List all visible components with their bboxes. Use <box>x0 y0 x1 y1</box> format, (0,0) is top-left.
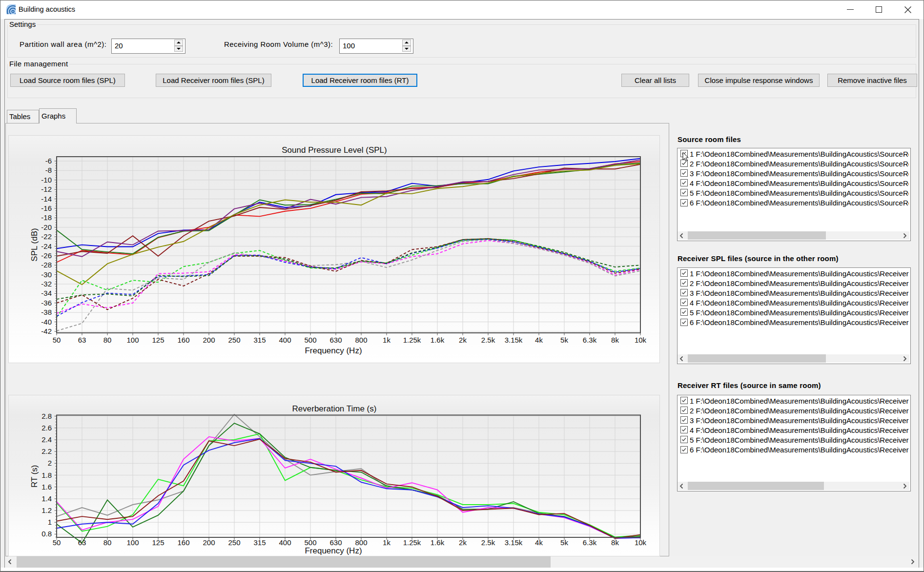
svg-text:2k: 2k <box>459 538 467 547</box>
svg-text:1k: 1k <box>383 336 390 344</box>
svg-text:630: 630 <box>329 336 342 344</box>
svg-text:-12: -12 <box>41 185 52 193</box>
svg-text:1.25k: 1.25k <box>403 538 421 547</box>
svg-text:250: 250 <box>228 336 240 344</box>
svg-text:-14: -14 <box>41 195 52 203</box>
svg-text:6.3k: 6.3k <box>583 538 597 547</box>
svg-text:80: 80 <box>103 336 112 344</box>
svg-text:-6: -6 <box>45 157 52 165</box>
svg-text:-38: -38 <box>41 308 52 316</box>
svg-text:315: 315 <box>253 336 266 344</box>
svg-text:4k: 4k <box>535 336 543 344</box>
svg-text:400: 400 <box>279 336 291 344</box>
svg-text:50: 50 <box>53 336 61 344</box>
svg-text:RT (s): RT (s) <box>30 465 39 488</box>
svg-text:500: 500 <box>304 336 316 344</box>
svg-text:0.8: 0.8 <box>41 530 52 538</box>
svg-text:500: 500 <box>304 538 316 547</box>
svg-text:-10: -10 <box>41 176 52 184</box>
svg-text:2.2: 2.2 <box>41 447 52 455</box>
svg-text:1.25k: 1.25k <box>403 336 421 344</box>
svg-text:800: 800 <box>355 336 367 344</box>
svg-text:800: 800 <box>355 538 367 547</box>
svg-text:50: 50 <box>53 538 61 547</box>
svg-text:Sound Pressure Level (SPL): Sound Pressure Level (SPL) <box>282 145 387 155</box>
svg-text:400: 400 <box>279 538 291 547</box>
svg-text:1k: 1k <box>383 538 390 547</box>
svg-text:-18: -18 <box>41 213 52 222</box>
svg-text:-32: -32 <box>41 280 52 288</box>
svg-text:Reverberation Time (s): Reverberation Time (s) <box>292 404 377 413</box>
svg-text:250: 250 <box>228 538 240 547</box>
svg-text:1.4: 1.4 <box>41 494 52 503</box>
svg-text:SPL (dB): SPL (dB) <box>30 228 39 261</box>
svg-text:-8: -8 <box>45 166 52 174</box>
svg-text:Frequency (Hz): Frequency (Hz) <box>305 546 362 555</box>
svg-text:-34: -34 <box>41 289 52 297</box>
svg-text:100: 100 <box>126 538 139 547</box>
svg-text:3.15k: 3.15k <box>505 336 523 344</box>
svg-text:80: 80 <box>103 538 112 547</box>
svg-text:200: 200 <box>203 538 215 547</box>
svg-text:1: 1 <box>48 518 52 526</box>
svg-text:125: 125 <box>152 538 164 547</box>
svg-text:10k: 10k <box>635 538 647 547</box>
svg-text:8k: 8k <box>611 538 619 547</box>
svg-text:5k: 5k <box>560 538 568 547</box>
svg-text:2: 2 <box>48 459 52 467</box>
svg-text:-40: -40 <box>41 318 52 326</box>
svg-text:2.6: 2.6 <box>41 424 52 432</box>
svg-text:-42: -42 <box>41 327 52 335</box>
svg-text:630: 630 <box>329 538 342 547</box>
svg-text:-30: -30 <box>41 270 52 279</box>
svg-text:1.6k: 1.6k <box>431 538 445 547</box>
svg-text:3.15k: 3.15k <box>505 538 523 547</box>
svg-text:8k: 8k <box>611 336 619 344</box>
svg-text:160: 160 <box>177 538 189 547</box>
svg-text:2.5k: 2.5k <box>481 538 495 547</box>
svg-text:1.6k: 1.6k <box>431 336 445 344</box>
svg-text:2.5k: 2.5k <box>481 336 495 344</box>
svg-text:2.4: 2.4 <box>41 435 52 444</box>
svg-text:63: 63 <box>78 538 86 547</box>
svg-text:125: 125 <box>152 336 164 344</box>
svg-text:315: 315 <box>253 538 266 547</box>
svg-text:6.3k: 6.3k <box>583 336 597 344</box>
svg-text:1.2: 1.2 <box>41 506 52 514</box>
svg-text:Frequency (Hz): Frequency (Hz) <box>305 346 362 355</box>
svg-text:2.8: 2.8 <box>41 412 52 420</box>
svg-text:1.8: 1.8 <box>41 471 52 479</box>
svg-text:4k: 4k <box>535 538 543 547</box>
svg-text:-16: -16 <box>41 204 52 212</box>
svg-text:1.6: 1.6 <box>41 483 52 491</box>
svg-text:160: 160 <box>177 336 189 344</box>
svg-text:200: 200 <box>203 336 215 344</box>
svg-text:5k: 5k <box>560 336 568 344</box>
svg-text:-20: -20 <box>41 223 52 231</box>
svg-text:63: 63 <box>78 336 86 344</box>
svg-text:2k: 2k <box>459 336 467 344</box>
svg-text:-28: -28 <box>41 261 52 269</box>
svg-text:100: 100 <box>126 336 139 344</box>
svg-text:-22: -22 <box>41 232 52 241</box>
svg-text:-36: -36 <box>41 299 52 307</box>
svg-text:10k: 10k <box>635 336 647 344</box>
svg-text:-24: -24 <box>41 242 52 250</box>
svg-text:-26: -26 <box>41 251 52 260</box>
